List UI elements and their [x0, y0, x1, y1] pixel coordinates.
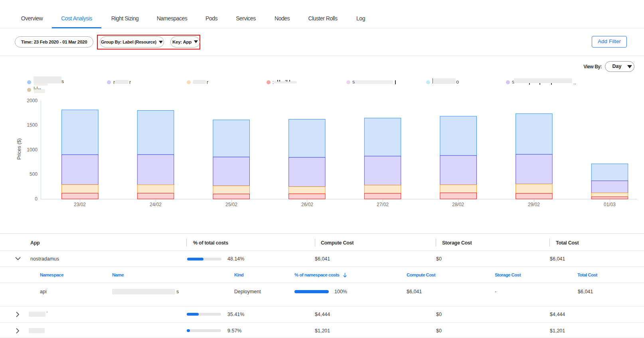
svg-text:27/02: 27/02 [377, 202, 389, 207]
svg-text:500: 500 [30, 171, 38, 177]
svg-text:1000: 1000 [27, 147, 38, 153]
svg-text:24/02: 24/02 [150, 202, 162, 207]
svg-text:2000: 2000 [27, 98, 38, 103]
svg-text:01/03: 01/03 [604, 202, 616, 207]
svg-text:28/02: 28/02 [452, 202, 464, 207]
svg-text:1500: 1500 [27, 122, 38, 128]
svg-text:23/02: 23/02 [74, 202, 86, 207]
svg-text:25/02: 25/02 [225, 202, 237, 207]
svg-text:Prices ($): Prices ($) [16, 138, 22, 159]
svg-text:0: 0 [35, 196, 38, 202]
svg-text:26/02: 26/02 [301, 202, 313, 207]
svg-text:29/02: 29/02 [528, 202, 540, 207]
